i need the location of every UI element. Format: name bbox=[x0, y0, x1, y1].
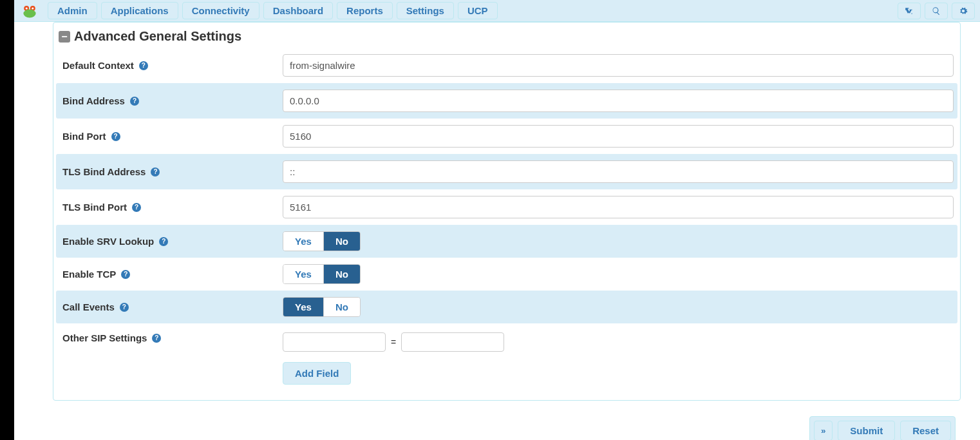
toggle-call-events: Yes No bbox=[283, 297, 361, 317]
nav-ucp[interactable]: UCP bbox=[458, 2, 498, 19]
row-call-events: Call Events ? Yes No bbox=[56, 291, 957, 323]
toggle-call-events-yes[interactable]: Yes bbox=[283, 298, 324, 316]
action-bar: » Submit Reset bbox=[53, 412, 961, 440]
row-bind-address: Bind Address ? bbox=[56, 83, 957, 119]
help-icon[interactable]: ? bbox=[132, 203, 141, 212]
label-bind-port: Bind Port bbox=[62, 131, 106, 142]
expand-chevron-icon[interactable]: » bbox=[814, 421, 833, 440]
help-icon[interactable]: ? bbox=[159, 237, 168, 246]
row-enable-tcp: Enable TCP ? Yes No bbox=[56, 258, 957, 291]
language-icon[interactable] bbox=[898, 3, 921, 19]
toggle-enable-srv-no[interactable]: No bbox=[324, 232, 360, 251]
row-bind-port: Bind Port ? bbox=[56, 119, 957, 154]
freepbx-frog-logo bbox=[19, 3, 40, 19]
nav-admin[interactable]: Admin bbox=[48, 2, 97, 19]
help-icon[interactable]: ? bbox=[152, 334, 161, 343]
label-call-events: Call Events bbox=[62, 301, 115, 312]
left-black-strip bbox=[0, 0, 14, 440]
label-enable-srv: Enable SRV Lookup bbox=[62, 236, 154, 247]
svg-point-4 bbox=[32, 7, 33, 9]
help-icon[interactable]: ? bbox=[139, 61, 148, 70]
other-sip-value-input[interactable] bbox=[401, 332, 504, 352]
add-field-button[interactable]: Add Field bbox=[283, 362, 351, 385]
submit-button[interactable]: Submit bbox=[838, 421, 895, 440]
row-tls-bind-port: TLS Bind Port ? bbox=[56, 189, 957, 225]
input-bind-port[interactable] bbox=[283, 125, 954, 148]
row-tls-bind-address: TLS Bind Address ? bbox=[56, 154, 957, 189]
label-default-context: Default Context bbox=[62, 60, 134, 71]
row-other-sip: Other SIP Settings ? = Add Field bbox=[56, 323, 957, 397]
input-default-context[interactable] bbox=[283, 54, 954, 77]
gear-icon[interactable] bbox=[952, 3, 975, 19]
label-tls-bind-port: TLS Bind Port bbox=[62, 202, 127, 213]
label-enable-tcp: Enable TCP bbox=[62, 269, 116, 280]
other-sip-kv-row: = bbox=[283, 332, 954, 352]
toggle-enable-srv-yes[interactable]: Yes bbox=[283, 232, 324, 251]
other-sip-key-input[interactable] bbox=[283, 332, 386, 352]
nav-settings[interactable]: Settings bbox=[397, 2, 454, 19]
label-tls-bind-address: TLS Bind Address bbox=[62, 166, 146, 177]
help-icon[interactable]: ? bbox=[121, 270, 130, 279]
help-icon[interactable]: ? bbox=[130, 97, 139, 106]
nav-dashboard[interactable]: Dashboard bbox=[263, 2, 333, 19]
nav-connectivity[interactable]: Connectivity bbox=[182, 2, 259, 19]
advanced-settings-panel: − Advanced General Settings Default Cont… bbox=[53, 22, 961, 401]
top-navbar: Admin Applications Connectivity Dashboar… bbox=[14, 0, 980, 22]
svg-point-3 bbox=[26, 7, 28, 9]
toggle-enable-tcp-no[interactable]: No bbox=[324, 265, 360, 283]
toggle-enable-tcp: Yes No bbox=[283, 264, 361, 284]
toggle-enable-srv: Yes No bbox=[283, 231, 361, 251]
section-title[interactable]: − Advanced General Settings bbox=[56, 25, 957, 48]
toggle-enable-tcp-yes[interactable]: Yes bbox=[283, 265, 324, 283]
toggle-call-events-no[interactable]: No bbox=[324, 298, 360, 316]
help-icon[interactable]: ? bbox=[151, 167, 160, 177]
label-bind-address: Bind Address bbox=[62, 95, 125, 106]
nav-applications[interactable]: Applications bbox=[101, 2, 178, 19]
input-bind-address[interactable] bbox=[283, 90, 954, 112]
label-other-sip: Other SIP Settings bbox=[62, 332, 147, 343]
svg-point-2 bbox=[23, 9, 35, 17]
collapse-icon[interactable]: − bbox=[59, 31, 70, 43]
help-icon[interactable]: ? bbox=[111, 132, 120, 141]
equals-sign: = bbox=[391, 337, 396, 347]
reset-button[interactable]: Reset bbox=[900, 421, 951, 440]
section-title-text: Advanced General Settings bbox=[74, 29, 241, 44]
input-tls-bind-port[interactable] bbox=[283, 196, 954, 218]
row-enable-srv: Enable SRV Lookup ? Yes No bbox=[56, 225, 957, 258]
help-icon[interactable]: ? bbox=[120, 303, 129, 312]
input-tls-bind-address[interactable] bbox=[283, 160, 954, 183]
nav-reports[interactable]: Reports bbox=[337, 2, 393, 19]
row-default-context: Default Context ? bbox=[56, 48, 957, 83]
search-icon[interactable] bbox=[925, 3, 948, 19]
